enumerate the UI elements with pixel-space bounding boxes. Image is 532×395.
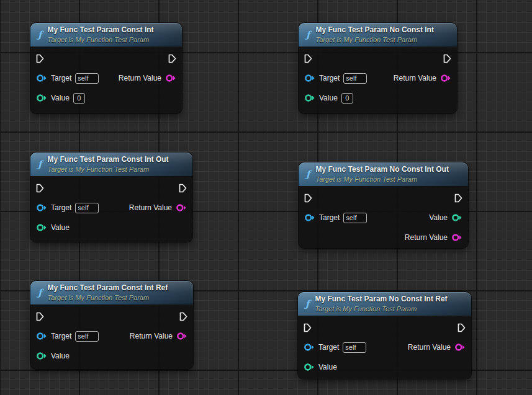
exec-in-pin[interactable] [304, 54, 312, 63]
target-pin[interactable] [304, 213, 315, 222]
return-value-pin[interactable] [440, 74, 451, 82]
pin-row: Value [405, 208, 468, 228]
target-pin[interactable] [36, 332, 47, 340]
function-icon: ƒ [38, 159, 42, 170]
node-header[interactable]: ƒMy Func Test Param Const Int RefTarget … [30, 281, 193, 304]
exec-out-pin[interactable] [179, 184, 187, 193]
node-subtitle: Target is My Function Test Param [315, 35, 433, 44]
return-value-pin[interactable] [454, 343, 466, 352]
exec-in-pin[interactable] [36, 312, 44, 321]
pin-row: Return Value [408, 337, 471, 357]
pin-row [30, 306, 99, 326]
value-pin[interactable] [304, 363, 315, 371]
function-node[interactable]: ƒMy Func Test Param No Const Int OutTarg… [299, 162, 468, 248]
exec-out-pin[interactable] [454, 193, 462, 203]
node-header[interactable]: ƒMy Func Test Param Const IntTarget is M… [30, 23, 182, 47]
return-value-pin[interactable] [176, 203, 187, 212]
function-node[interactable]: ƒMy Func Test Param No Const IntTarget i… [299, 23, 457, 113]
target-value-input[interactable] [75, 73, 99, 84]
pin-row [299, 188, 367, 208]
node-header[interactable]: ƒMy Func Test Param No Const Int RefTarg… [298, 292, 471, 316]
exec-out-pin[interactable] [443, 54, 451, 63]
exec-in-pin[interactable] [304, 323, 312, 332]
node-header[interactable]: ƒMy Func Test Param No Const Int OutTarg… [299, 162, 468, 186]
node-header[interactable]: ƒMy Func Test Param Const Int OutTarget … [30, 153, 192, 176]
target-pin[interactable] [304, 74, 315, 82]
target-value-input[interactable] [75, 203, 99, 213]
function-icon: ƒ [38, 287, 42, 298]
pin-row [408, 317, 471, 337]
graph-canvas[interactable]: ƒMy Func Test Param Const IntTarget is M… [0, 0, 532, 395]
pin-label: Value [51, 223, 70, 232]
pin-label: Target [51, 203, 71, 212]
value-value-input[interactable] [341, 93, 353, 104]
pin-row [394, 48, 457, 68]
return-value-pin[interactable] [165, 74, 176, 82]
pin-label: Target [51, 332, 71, 340]
pin-row: Target [30, 326, 99, 346]
exec-in-pin[interactable] [36, 184, 44, 193]
pin-row: Target [298, 337, 366, 357]
pin-label: Value [318, 363, 337, 371]
function-icon: ƒ [306, 169, 310, 180]
input-pins-column: Target [299, 188, 367, 247]
pin-label: Return Value [405, 233, 448, 242]
pin-row: Value [30, 218, 99, 237]
node-title: My Func Test Param No Const Int [315, 25, 433, 35]
target-value-input[interactable] [343, 213, 367, 223]
target-pin[interactable] [36, 203, 47, 212]
pin-label: Target [319, 74, 340, 82]
target-value-input[interactable] [75, 331, 99, 342]
target-value-input[interactable] [343, 342, 366, 353]
pin-label: Value [319, 94, 338, 102]
return-value-pin[interactable] [176, 332, 187, 340]
node-title: My Func Test Param No Const Int Ref [315, 295, 447, 304]
value-pin[interactable] [304, 94, 315, 102]
exec-out-pin[interactable] [458, 323, 466, 332]
value-pin[interactable] [36, 223, 47, 232]
pin-label: Return Value [394, 74, 436, 82]
exec-out-pin[interactable] [168, 54, 176, 63]
pin-row: Value [30, 88, 99, 108]
output-pins-column: Return Value [130, 306, 193, 366]
function-node[interactable]: ƒMy Func Test Param No Const Int RefTarg… [298, 292, 471, 379]
pin-row: Target [299, 68, 367, 88]
node-subtitle: Target is My Function Test Param [47, 165, 168, 174]
output-pins-column: Return Value [408, 317, 471, 377]
node-header[interactable]: ƒMy Func Test Param No Const IntTarget i… [299, 23, 457, 47]
pin-label: Target [319, 213, 340, 222]
pin-label: Return Value [408, 343, 451, 352]
node-header-text: My Func Test Param No Const IntTarget is… [315, 25, 433, 44]
node-title: My Func Test Param Const Int Out [47, 155, 168, 165]
node-body: TargetValueReturn Value [298, 316, 471, 381]
pin-row: Target [30, 198, 99, 218]
function-node[interactable]: ƒMy Func Test Param Const Int OutTarget … [30, 153, 192, 242]
function-icon: ƒ [306, 29, 310, 40]
value-pin[interactable] [36, 352, 47, 360]
pin-row: Return Value [129, 198, 192, 218]
pin-row: Target [30, 68, 99, 88]
pin-row: Value [298, 357, 366, 377]
value-pin[interactable] [36, 94, 47, 102]
function-node[interactable]: ƒMy Func Test Param Const IntTarget is M… [30, 23, 182, 113]
node-title: My Func Test Param Const Int Ref [47, 283, 168, 293]
value-value-input[interactable] [73, 93, 85, 104]
pin-row: Return Value [394, 68, 457, 88]
node-subtitle: Target is My Function Test Param [47, 35, 153, 44]
value-pin[interactable] [451, 213, 462, 222]
node-header-text: My Func Test Param No Const Int OutTarge… [315, 165, 448, 184]
exec-out-pin[interactable] [179, 312, 187, 321]
pin-row: Return Value [119, 68, 182, 88]
function-icon: ƒ [38, 29, 42, 40]
target-pin[interactable] [36, 74, 47, 82]
output-pins-column: Return Value [119, 48, 182, 108]
return-value-pin[interactable] [451, 233, 462, 242]
function-node[interactable]: ƒMy Func Test Param Const Int RefTarget … [30, 281, 193, 369]
exec-in-pin[interactable] [36, 54, 44, 63]
node-body: TargetValueReturn Value [30, 304, 193, 370]
exec-in-pin[interactable] [304, 193, 312, 203]
target-pin[interactable] [304, 343, 315, 352]
target-value-input[interactable] [343, 73, 367, 84]
pin-row [129, 178, 192, 198]
pin-row: Return Value [405, 228, 468, 247]
